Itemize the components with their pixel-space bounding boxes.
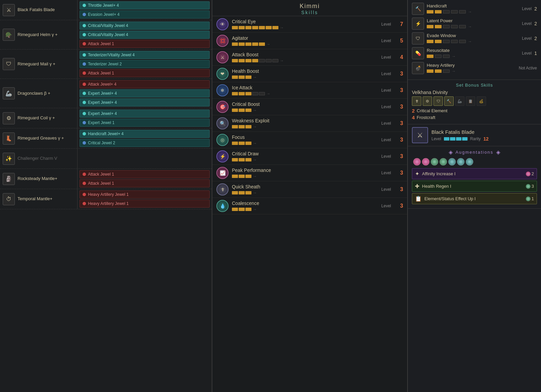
skill-pip	[232, 26, 238, 29]
passive-bar-arrow: →	[452, 54, 456, 59]
skill-pip	[266, 26, 272, 29]
skill-bar-arrow: →	[253, 141, 257, 146]
skill-pip	[252, 59, 258, 62]
passive-skill-name: Resuscitate	[427, 48, 517, 53]
skill-icon: ⚔	[216, 51, 229, 63]
set-piece-icon: 🛡	[433, 96, 443, 106]
jewel-slot[interactable]: Throttle Jewel+ 4	[80, 1, 210, 9]
jewel-slot[interactable]: Expert Jewel+ 4	[80, 110, 210, 118]
skill-level-label: Level	[381, 104, 391, 109]
jewel-name: Critical/Vitality Jewel 4	[88, 32, 128, 37]
passive-skill-row: 🛡Evade Window→Level 2	[412, 32, 537, 44]
skill-pip	[245, 42, 251, 46]
set-name: Velkhana Divinity	[412, 90, 537, 95]
skill-level-label: Level	[381, 171, 391, 175]
skills-section-label: Skills	[212, 10, 407, 15]
jewel-slot[interactable]: Handicraft Jewel+ 4	[80, 130, 210, 138]
character-header: Kimmi Skills	[212, 0, 407, 16]
augment-small-gem	[526, 172, 531, 176]
weapon-level-pip	[462, 137, 468, 141]
jewel-slot[interactable]: Expert Jewel+ 4	[80, 89, 210, 97]
jewel-dot	[83, 141, 86, 145]
skill-info: Attack Boost→	[232, 52, 376, 63]
jewel-slot[interactable]: Attack Jewel 1	[80, 40, 210, 48]
skill-bar-arrow: →	[253, 108, 257, 113]
jewel-slot[interactable]: Attack Jewel+ 4	[80, 80, 210, 88]
jewel-dot	[83, 173, 86, 176]
skill-bar-arrow: →	[280, 58, 284, 63]
jewel-slot[interactable]: Expert Jewel 1	[80, 119, 210, 127]
augment-gem-count: 3	[526, 184, 534, 189]
jewel-dot	[83, 101, 86, 104]
jewel-slot[interactable]: Attack Jewel 1	[80, 179, 210, 187]
set-bonus-section: Set Bonus Skills Velkhana Divinity 🗡⚙🛡🔨🦾…	[408, 80, 541, 124]
jewel-slot[interactable]: Tenderizer/Vitality Jewel 4	[80, 51, 210, 59]
skill-bar: →	[232, 207, 376, 212]
jewel-slot[interactable]: Evasion Jewel+ 4	[80, 10, 210, 19]
skill-pip	[259, 42, 265, 46]
skill-pip	[252, 26, 258, 29]
passive-info: Handicraft→	[427, 3, 517, 14]
passive-icon: 💊	[412, 47, 424, 59]
equipment-name-col: 🦾Dragonclaws β +	[0, 79, 78, 108]
set-bonus-name: Critical Element	[417, 108, 447, 113]
passive-info: Resuscitate→	[427, 48, 517, 59]
jewel-slot[interactable]: Attack Jewel 1	[80, 170, 210, 178]
jewel-slot[interactable]: Critical Jewel 2	[80, 139, 210, 147]
skill-pip	[232, 158, 238, 161]
skill-pip	[239, 92, 245, 95]
passive-pip	[443, 55, 450, 58]
passive-level-value: 2	[534, 36, 537, 41]
skill-pip	[239, 191, 245, 194]
equipment-name-col: ⏱Temporal Mantle+	[0, 189, 78, 209]
set-piece-icon: ⚙	[423, 96, 432, 106]
augment-item-icon: ✚	[415, 183, 419, 189]
skill-pip	[232, 142, 238, 145]
passive-pip	[435, 55, 442, 58]
jewel-name: Critical/Vitality Jewel 4	[88, 23, 128, 28]
passive-skill-row: ⚡Latent Power→Level 2	[412, 18, 537, 30]
jewel-slot[interactable]: Heavy Artillery Jewel 1	[80, 200, 210, 208]
set-bonus-title: Set Bonus Skills	[412, 83, 537, 88]
augmentation-section: ◈ Augmentations ◈ ✦Affinity Increase I2✚…	[408, 146, 541, 209]
skill-level-label: Level	[381, 204, 391, 208]
jewel-name: Expert Jewel 1	[88, 120, 115, 125]
set-bonus-list: 2Critical Element4Frostcraft	[412, 108, 537, 120]
skill-pip	[259, 26, 265, 29]
passive-level-label: Level	[522, 36, 532, 41]
skill-bar: →	[232, 174, 376, 179]
jewel-slot[interactable]: Critical/Vitality Jewel 4	[80, 31, 210, 39]
weapon-level-label: Level	[431, 137, 441, 141]
jewel-dot	[83, 71, 86, 75]
passive-level-label: Level	[522, 51, 532, 56]
skill-name: Critical Eye	[232, 19, 376, 24]
passive-pip	[427, 55, 433, 58]
skill-bar: →	[232, 141, 376, 146]
passive-pip	[435, 69, 442, 73]
jewel-name: Expert Jewel+ 4	[88, 111, 117, 116]
skill-pip	[239, 125, 245, 128]
skill-icon: 👁	[216, 18, 229, 30]
passive-pip	[427, 40, 433, 43]
jewel-slot[interactable]: Tenderizer Jewel 2	[80, 60, 210, 68]
equipment-icon: 🗿	[3, 173, 15, 185]
jewel-slot[interactable]: Heavy Artillery Jewel 1	[80, 190, 210, 199]
jewel-slot[interactable]: Expert Jewel+ 4	[80, 98, 210, 107]
jewel-slots: Critical/Vitality Jewel 4Critical/Vitali…	[78, 20, 212, 49]
passive-icon: ⚡	[412, 18, 424, 30]
jewel-slot[interactable]: Attack Jewel 1	[80, 69, 210, 77]
skill-name: Health Boost	[232, 68, 376, 74]
skill-row: ❄Ice Attack→Level3	[212, 82, 407, 99]
passive-skill-row: 🔨Handicraft→Level 2	[412, 3, 537, 15]
augment-small-gem	[526, 184, 531, 189]
equipment-name-label: Challenger Charm V	[18, 156, 57, 161]
augment-items-list: ✦Affinity Increase I2✚Health Regen I3📋El…	[412, 168, 537, 204]
jewel-slot[interactable]: Critical/Vitality Jewel 4	[80, 22, 210, 30]
skill-level-value: 7	[396, 21, 403, 27]
jewel-name: Attack Jewel 1	[88, 71, 114, 76]
equipment-name-label: Rimeguard Greaves γ +	[18, 135, 64, 141]
set-bonus-name: Frostcraft	[417, 115, 435, 120]
skill-info: Critical Eye→	[232, 19, 376, 30]
passive-skill-row: 💣Heavy Artillery→Not Active	[412, 62, 537, 74]
skill-pip	[245, 92, 251, 95]
